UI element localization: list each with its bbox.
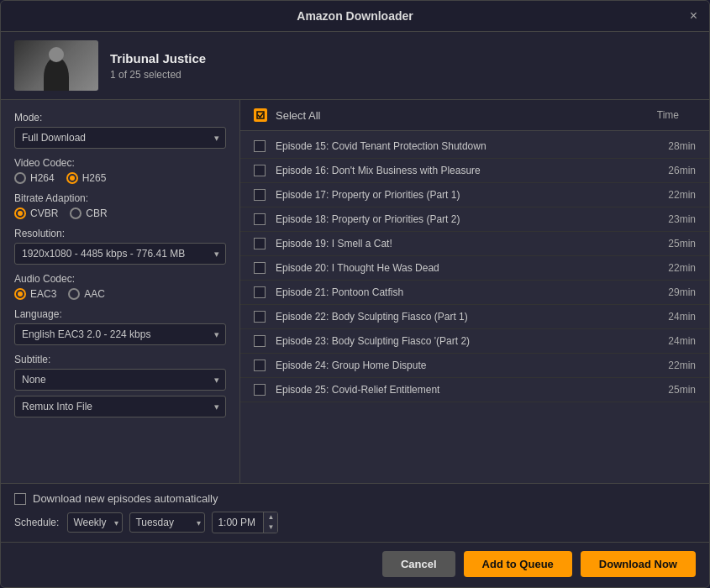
aac-label: AAC <box>84 288 105 300</box>
weekly-dropdown[interactable]: WeeklyDaily <box>67 512 123 533</box>
left-panel: Mode: Full DownloadCustom Download Video… <box>1 100 240 483</box>
episode-checkbox-20[interactable] <box>254 262 266 274</box>
select-all-icon <box>254 108 267 122</box>
button-row: Cancel Add to Queue Download Now <box>1 542 709 587</box>
audio-codec-field: Audio Codec: EAC3 AAC <box>14 273 226 300</box>
subtitle-field: Subtitle: NoneEnglishSpanish Remux Into … <box>14 354 226 417</box>
title-bar: Amazon Downloader × <box>1 1 709 32</box>
episode-checkbox-23[interactable] <box>254 335 266 347</box>
episode-title-23: Episode 23: Body Sculpting Fiasco '(Part… <box>276 335 660 347</box>
episode-title-22: Episode 22: Body Sculpting Fiasco (Part … <box>276 311 660 323</box>
day-dropdown-wrapper: MondayTuesdayWednesdayThursdayFriday <box>129 512 205 533</box>
mode-field: Mode: Full DownloadCustom Download <box>14 112 226 149</box>
episode-time-22: 24min <box>660 311 696 323</box>
weekly-dropdown-wrapper: WeeklyDaily <box>67 512 123 533</box>
episode-title-24: Episode 24: Group Home Dispute <box>276 360 660 371</box>
resolution-dropdown[interactable]: 1920x1080 - 4485 kbps - 776.41 MB1280x72… <box>14 243 226 265</box>
cbr-label: CBR <box>86 207 107 219</box>
select-all-label[interactable]: Select All <box>276 109 657 122</box>
episode-time-15: 28min <box>660 140 696 152</box>
main-content: Mode: Full DownloadCustom Download Video… <box>1 100 709 483</box>
mode-dropdown[interactable]: Full DownloadCustom Download <box>14 127 226 149</box>
cbr-option[interactable]: CBR <box>70 207 107 219</box>
cancel-button[interactable]: Cancel <box>382 551 455 577</box>
bitrate-label: Bitrate Adaption: <box>14 192 226 204</box>
episode-row: Episode 25: Covid-Relief Entitlement25mi… <box>240 378 709 402</box>
cbr-radio[interactable] <box>70 207 82 219</box>
episode-checkbox-17[interactable] <box>254 189 266 201</box>
time-up-button[interactable]: ▲ <box>264 512 277 522</box>
thumbnail <box>14 40 98 91</box>
episode-checkbox-22[interactable] <box>254 311 266 323</box>
h264-radio[interactable] <box>14 172 26 184</box>
time-input[interactable] <box>213 513 263 532</box>
h264-option[interactable]: H264 <box>14 172 55 184</box>
time-header: Time <box>657 109 679 121</box>
episode-list: Episode 15: Covid Tenant Protection Shut… <box>240 131 709 483</box>
episode-row: Episode 24: Group Home Dispute22min <box>240 354 709 378</box>
episode-row: Episode 20: I Thought He Was Dead22min <box>240 256 709 281</box>
add-to-queue-button[interactable]: Add to Queue <box>464 551 572 577</box>
episode-checkbox-15[interactable] <box>254 140 266 152</box>
remux-dropdown[interactable]: Remux Into File <box>14 396 226 417</box>
time-spinners: ▲ ▼ <box>263 512 277 533</box>
episode-title-21: Episode 21: Pontoon Catfish <box>276 286 660 298</box>
episode-checkbox-25[interactable] <box>254 384 266 396</box>
bitrate-radio-group: CVBR CBR <box>14 207 226 219</box>
audio-codec-label: Audio Codec: <box>14 273 226 285</box>
episode-time-17: 22min <box>660 189 696 201</box>
episode-time-18: 23min <box>660 213 696 225</box>
h264-label: H264 <box>30 172 55 184</box>
episode-row: Episode 23: Body Sculpting Fiasco '(Part… <box>240 329 709 354</box>
subtitle-dropdown[interactable]: NoneEnglishSpanish <box>14 369 226 391</box>
resolution-label: Resolution: <box>14 228 226 239</box>
cvbr-radio[interactable] <box>14 207 26 219</box>
dialog-title: Amazon Downloader <box>297 9 413 23</box>
episode-row: Episode 18: Property or Priorities (Part… <box>240 207 709 232</box>
subtitle-dropdown-wrapper: NoneEnglishSpanish <box>14 369 226 391</box>
episode-time-21: 29min <box>660 286 696 298</box>
episode-checkbox-16[interactable] <box>254 165 266 176</box>
episode-time-20: 22min <box>660 262 696 274</box>
close-button[interactable]: × <box>690 9 697 23</box>
bitrate-field: Bitrate Adaption: CVBR CBR <box>14 192 226 219</box>
right-panel: Select All Time Episode 15: Covid Tenant… <box>240 100 709 483</box>
aac-option[interactable]: AAC <box>68 288 105 300</box>
episode-row: Episode 21: Pontoon Catfish29min <box>240 281 709 305</box>
cvbr-label: CVBR <box>30 207 58 219</box>
auto-download-checkbox[interactable] <box>14 493 26 505</box>
resolution-field: Resolution: 1920x1080 - 4485 kbps - 776.… <box>14 228 226 265</box>
episode-title-20: Episode 20: I Thought He Was Dead <box>276 262 660 274</box>
episode-checkbox-18[interactable] <box>254 213 266 225</box>
episode-checkbox-19[interactable] <box>254 238 266 249</box>
remux-dropdown-wrapper: Remux Into File <box>14 396 226 417</box>
language-dropdown[interactable]: English EAC3 2.0 - 224 kbpsEnglish AAC 2… <box>14 323 226 345</box>
aac-radio[interactable] <box>68 288 80 300</box>
episode-checkbox-21[interactable] <box>254 286 266 298</box>
episode-time-16: 26min <box>660 165 696 176</box>
episode-row: Episode 16: Don't Mix Business with Plea… <box>240 159 709 183</box>
episode-title-15: Episode 15: Covid Tenant Protection Shut… <box>276 140 660 152</box>
time-down-button[interactable]: ▼ <box>264 522 277 533</box>
eac3-radio[interactable] <box>14 288 26 300</box>
video-codec-label: Video Codec: <box>14 157 226 169</box>
episode-time-19: 25min <box>660 238 696 249</box>
cvbr-option[interactable]: CVBR <box>14 207 58 219</box>
episode-title-25: Episode 25: Covid-Relief Entitlement <box>276 384 660 396</box>
download-now-button[interactable]: Download Now <box>581 551 696 577</box>
amazon-downloader-dialog: Amazon Downloader × Tribunal Justice 1 o… <box>0 0 710 588</box>
episode-title-17: Episode 17: Property or Priorities (Part… <box>276 189 660 201</box>
thumbnail-image <box>14 40 98 91</box>
language-label: Language: <box>14 308 226 320</box>
day-dropdown[interactable]: MondayTuesdayWednesdayThursdayFriday <box>129 512 205 533</box>
episode-checkbox-24[interactable] <box>254 360 266 371</box>
h265-radio[interactable] <box>66 172 78 184</box>
eac3-label: EAC3 <box>30 288 56 300</box>
eac3-option[interactable]: EAC3 <box>14 288 56 300</box>
auto-download-row: Download new episodes automatically <box>14 492 696 505</box>
header-info: Tribunal Justice 1 of 25 selected <box>110 51 206 81</box>
h265-option[interactable]: H265 <box>66 172 107 184</box>
codec-radio-group: H264 H265 <box>14 172 226 184</box>
episode-row: Episode 19: I Smell a Cat!25min <box>240 232 709 256</box>
show-title: Tribunal Justice <box>110 51 206 66</box>
